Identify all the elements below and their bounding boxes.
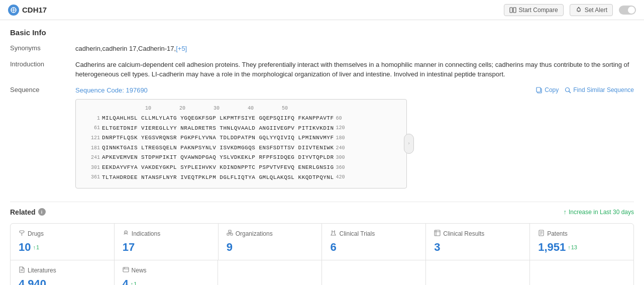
sequence-code-link[interactable]: Sequence Code: 197690 [75, 85, 148, 96]
copy-button[interactable]: Copy [536, 86, 559, 93]
related-card[interactable]: Clinical Trials6 [322, 224, 426, 260]
related-card[interactable]: Literatures4,940 [11, 260, 115, 285]
card-count: 9 [227, 241, 314, 254]
related-card[interactable]: Indications17 [115, 224, 219, 260]
card-increase-badge: ↑1 [131, 281, 137, 285]
sequence-header: Sequence Code: 197690 Copy [75, 85, 634, 96]
seq-start-num: 61 [81, 124, 100, 132]
sequence-lines: 1MILQAHLHSL CLLMLYLATG YGQEGKFSGP LKPMTF… [81, 114, 401, 182]
card-title: Clinical Results [434, 230, 521, 238]
card-count-value: 17 [123, 241, 135, 254]
card-count: 17 [123, 241, 210, 254]
card-title: Patents [538, 230, 625, 238]
related-card[interactable]: Patents1,951↑13 [530, 224, 633, 260]
seq-end-num: 120 [336, 124, 345, 132]
synonyms-label: Synonyms [10, 44, 75, 52]
increase-label-text: Increase in Last 30 days [569, 209, 634, 216]
seq-end-num: 300 [336, 154, 345, 162]
related-section: Related i ↑ Increase in Last 30 days Dru… [10, 202, 634, 285]
seq-data: EEKDAYVFYA VAKDEYGKPL SYPLEIHVKV KDINDNP… [102, 163, 334, 172]
svg-point-8 [566, 87, 570, 91]
related-card[interactable]: Clinical Results3 [426, 224, 530, 260]
logo-icon [8, 5, 19, 16]
svg-rect-28 [123, 267, 129, 272]
empty-card-cell [322, 260, 426, 285]
basic-info-title: Basic Info [10, 28, 634, 37]
synonyms-more-link[interactable]: [+5] [176, 45, 187, 52]
card-count: 1,951↑13 [538, 241, 625, 254]
seq-end-num: 360 [336, 164, 345, 172]
card-count-value: 9 [227, 241, 233, 254]
card-count-value: 6 [330, 241, 336, 254]
introduction-row: Introduction Cadherins are calcium-depen… [10, 60, 634, 79]
find-similar-label: Find Similar Sequence [573, 86, 634, 93]
literature-icon [19, 266, 25, 274]
drug-icon [19, 230, 25, 238]
seq-data: ELTGETDNIF VIEREGLLYY NRALDRETRS THNLQVA… [102, 124, 334, 133]
start-compare-button[interactable]: Start Compare [504, 4, 564, 16]
related-card[interactable]: Drugs10↑1 [11, 224, 115, 260]
card-title-text: Drugs [28, 230, 44, 237]
sequence-line: 61ELTGETDNIF VIEREGLLYY NRALDRETRS THNLQ… [81, 124, 401, 133]
synonyms-value: cadherin,cadherin 17,Cadherin-17,[+5] [75, 44, 634, 54]
alert-icon [575, 7, 582, 14]
start-compare-label: Start Compare [519, 7, 558, 14]
set-alert-label: Set Alert [585, 7, 607, 14]
related-card[interactable]: Organizations9 [219, 224, 323, 260]
sequence-row: Sequence Sequence Code: 197690 Copy [10, 85, 634, 192]
related-card[interactable]: News4↑1 [115, 260, 219, 285]
card-count: 3 [434, 241, 521, 254]
seq-end-num: 180 [336, 134, 345, 142]
set-alert-button[interactable]: Set Alert [570, 4, 613, 16]
card-count: 4↑1 [123, 277, 210, 285]
empty-card-cell [426, 260, 530, 285]
indication-icon [123, 230, 129, 238]
synonyms-row: Synonyms cadherin,cadherin 17,Cadherin-1… [10, 44, 634, 54]
news-icon [123, 266, 129, 274]
empty-card-cell [530, 260, 633, 285]
seq-data: MILQAHLHSL CLLMLYLATG YGQEGKFSGP LKPMTFS… [102, 114, 334, 123]
seq-data: DNRPTFLQSK YEGSVRQNSR PGKPFLYVNA TDLDDPA… [102, 134, 334, 143]
seq-data: TLTAHDRDEE NTANSFLNYR IVEQTPKLPM DGLFLIQ… [102, 173, 334, 182]
card-title: Organizations [227, 230, 314, 238]
sequence-line: 121DNRPTFLQSK YEGSVRQNSR PGKPFLYVNA TDLD… [81, 134, 401, 143]
svg-rect-3 [510, 8, 512, 13]
increase-value: 13 [571, 244, 577, 250]
toggle-switch[interactable] [619, 6, 636, 15]
card-title-text: Literatures [28, 267, 56, 274]
seq-start-num: 361 [81, 173, 100, 181]
up-arrow: ↑ [131, 281, 134, 285]
related-cards-container: Drugs10↑1Indications17Organizations9Clin… [10, 223, 634, 285]
svg-rect-7 [536, 87, 541, 92]
card-title: Indications [123, 230, 210, 238]
scroll-indicator[interactable]: › [404, 134, 414, 154]
header: CDH17 Start Compare Set Alert [0, 0, 644, 20]
increase-value: 1 [134, 281, 137, 285]
sequence-viewer[interactable]: 10 20 30 40 50 1MILQAHLHSL CLLMLYLATG YG… [75, 99, 407, 188]
svg-rect-14 [227, 233, 229, 235]
seq-end-num: 240 [336, 144, 345, 152]
up-arrow: ↑ [568, 244, 571, 250]
up-arrow: ↑ [33, 244, 36, 250]
card-title-text: Clinical Trials [339, 230, 375, 237]
empty-card-cell [218, 260, 322, 285]
related-header: Related i ↑ Increase in Last 30 days [10, 208, 634, 216]
related-cards-row1: Drugs10↑1Indications17Organizations9Clin… [11, 224, 633, 260]
header-actions: Start Compare Set Alert [504, 4, 636, 16]
sequence-line: 361TLTAHDRDEE NTANSFLNYR IVEQTPKLPM DGLF… [81, 173, 401, 182]
related-title: Related i [10, 208, 46, 216]
seq-start-num: 181 [81, 144, 100, 152]
find-similar-icon [565, 87, 571, 93]
card-count: 4,940 [19, 277, 106, 285]
seq-end-num: 420 [336, 173, 345, 181]
seq-start-num: 1 [81, 115, 100, 123]
related-info-icon[interactable]: i [38, 208, 46, 216]
card-title: Literatures [19, 266, 106, 274]
svg-point-12 [125, 232, 126, 233]
card-count-value: 4 [123, 277, 129, 285]
seq-start-num: 121 [81, 134, 100, 142]
svg-line-9 [569, 91, 571, 93]
svg-rect-19 [435, 230, 440, 236]
card-title-text: Indications [132, 230, 160, 237]
find-similar-button[interactable]: Find Similar Sequence [565, 86, 634, 93]
